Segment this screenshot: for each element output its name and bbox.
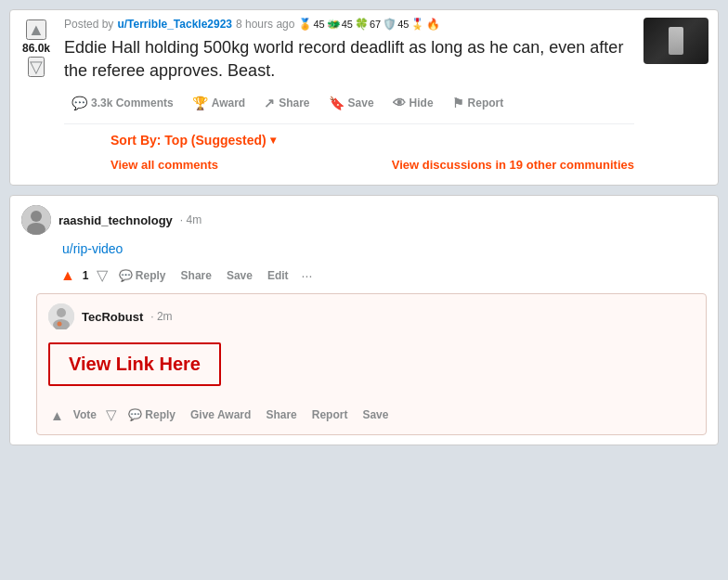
sort-text: Sort By: Top (Suggested) (110, 133, 266, 148)
sub-avatar (48, 303, 74, 329)
award-count-1: 45 (313, 19, 324, 30)
report-button[interactable]: ⚑ Report (445, 90, 512, 116)
award-icon: 🏆 (192, 96, 208, 110)
sub-comment: TecRobust · 2m View Link Here ▲ Vote ▽ 💬… (36, 293, 707, 435)
award-count-3: 67 (370, 19, 381, 30)
post-meta: Posted by u/Terrible_Tackle2923 8 hours … (64, 18, 634, 31)
comments-links: View all comments View discussions in 19… (110, 152, 634, 177)
hide-label: Hide (410, 97, 434, 110)
post-thumbnail (644, 18, 708, 64)
post-time: 8 hours ago (236, 18, 294, 31)
sub-report-button[interactable]: Report (306, 406, 354, 424)
sub-share-button[interactable]: Share (260, 406, 302, 424)
posted-by-label: Posted by (64, 18, 113, 31)
sub-comment-body: View Link Here (48, 337, 695, 397)
svg-point-1 (31, 211, 42, 222)
comments-label: 3.3k Comments (91, 97, 174, 110)
post-content: Posted by u/Terrible_Tackle2923 8 hours … (64, 18, 634, 177)
thumbnail-figure (669, 27, 683, 55)
avatar-image (21, 205, 51, 235)
page-container: ▲ 86.0k ▽ Posted by u/Terrible_Tackle292… (9, 9, 719, 453)
sub-comment-username[interactable]: TecRobust (82, 310, 143, 324)
award-4: 🛡️45 (383, 18, 409, 31)
upvote-button[interactable]: ▲ (26, 19, 46, 40)
comment-downvote-button[interactable]: ▽ (95, 264, 110, 286)
comment-header: raashid_technology · 4m (21, 205, 707, 235)
vote-count: 86.0k (22, 42, 50, 55)
award-emoji-2: 🐲 (327, 18, 341, 31)
comment-upvote-button[interactable]: ▲ (58, 265, 77, 286)
save-icon: 🔖 (329, 96, 344, 110)
comment-vote-row: ▲ 1 ▽ 💬 Reply Share Save Edit ··· (58, 264, 707, 286)
view-discussions-link[interactable]: View discussions in 19 other communities (392, 158, 634, 172)
comments-icon: 💬 (72, 96, 87, 110)
report-label: Report (468, 97, 504, 110)
save-button[interactable]: 🔖 Save (321, 90, 382, 116)
hide-button[interactable]: 👁 Hide (385, 90, 441, 116)
comment-edit-button[interactable]: Edit (262, 266, 294, 285)
sub-vote-row: ▲ Vote ▽ 💬 Reply Give Award Share Report… (48, 405, 695, 425)
share-icon: ↗ (264, 96, 275, 110)
award-1: 🏅45 (298, 18, 324, 31)
comment-more-button[interactable]: ··· (298, 265, 317, 286)
award-5: 🎖️ (410, 18, 424, 31)
chevron-down-icon: ▾ (270, 134, 276, 147)
awards-row: 🏅45 🐲45 🍀67 🛡️45 🎖️ 🔥 (298, 18, 440, 31)
post-title: Eddie Hall holding 500kg world record de… (64, 36, 634, 83)
award-emoji-3: 🍀 (355, 18, 369, 31)
sort-label[interactable]: Sort By: Top (Suggested) ▾ (110, 133, 276, 148)
sub-give-award-button[interactable]: Give Award (185, 406, 256, 424)
award-emoji-4: 🛡️ (383, 18, 396, 31)
award-3: 🍀67 (355, 18, 381, 31)
award-emoji-5: 🎖️ (410, 18, 424, 31)
sort-section: Sort By: Top (Suggested) ▾ (64, 123, 634, 152)
award-button[interactable]: 🏆 Award (185, 90, 253, 116)
comment-save-button[interactable]: Save (221, 266, 258, 285)
sub-comment-header: TecRobust · 2m (48, 303, 695, 329)
downvote-button[interactable]: ▽ (28, 57, 45, 77)
avatar (21, 205, 51, 235)
sub-vote-label: Vote (70, 408, 100, 421)
sub-downvote-button[interactable]: ▽ (104, 405, 119, 425)
comment-link[interactable]: u/rip-video (62, 241, 123, 256)
sub-reply-button[interactable]: 💬 Reply (123, 406, 181, 424)
svg-point-4 (57, 308, 66, 317)
share-label: Share (279, 97, 309, 110)
view-link-text[interactable]: View Link Here (69, 354, 201, 374)
svg-point-6 (58, 322, 62, 327)
award-count-4: 45 (397, 19, 409, 30)
report-icon: ⚑ (452, 96, 464, 110)
sub-save-button[interactable]: Save (357, 406, 394, 424)
post-actions: 💬 3.3k Comments 🏆 Award ↗ Share 🔖 Save (64, 90, 634, 116)
post-card: ▲ 86.0k ▽ Posted by u/Terrible_Tackle292… (9, 9, 719, 186)
sub-upvote-button[interactable]: ▲ (48, 406, 66, 425)
save-label: Save (348, 97, 374, 110)
view-link-box[interactable]: View Link Here (48, 342, 221, 386)
award-6: 🔥 (426, 18, 440, 31)
comment-time: · 4m (180, 213, 202, 226)
award-count-2: 45 (342, 19, 353, 30)
award-label: Award (212, 97, 245, 110)
share-button[interactable]: ↗ Share (256, 90, 317, 116)
post-header: ▲ 86.0k ▽ Posted by u/Terrible_Tackle292… (18, 18, 708, 177)
view-all-comments-link[interactable]: View all comments (110, 158, 218, 172)
vote-column: ▲ 86.0k ▽ (18, 18, 55, 77)
comment-vote-count: 1 (81, 269, 91, 282)
comment-username[interactable]: raashid_technology (58, 213, 173, 227)
award-2: 🐲45 (327, 18, 353, 31)
comment-reply-button[interactable]: 💬 Reply (113, 266, 172, 285)
comment-item: raashid_technology · 4m u/rip-video ▲ 1 … (9, 195, 719, 445)
comment-body: u/rip-video (58, 240, 707, 257)
thumbnail-image (644, 18, 708, 64)
sub-comment-time: · 2m (150, 310, 172, 323)
comments-button[interactable]: 💬 3.3k Comments (64, 90, 181, 116)
hide-icon: 👁 (393, 96, 406, 110)
comment-share-button[interactable]: Share (176, 266, 217, 285)
post-username[interactable]: u/Terrible_Tackle2923 (117, 18, 232, 31)
comments-section: raashid_technology · 4m u/rip-video ▲ 1 … (9, 195, 719, 445)
award-emoji-1: 🏅 (298, 18, 312, 31)
award-emoji-6: 🔥 (426, 18, 440, 31)
